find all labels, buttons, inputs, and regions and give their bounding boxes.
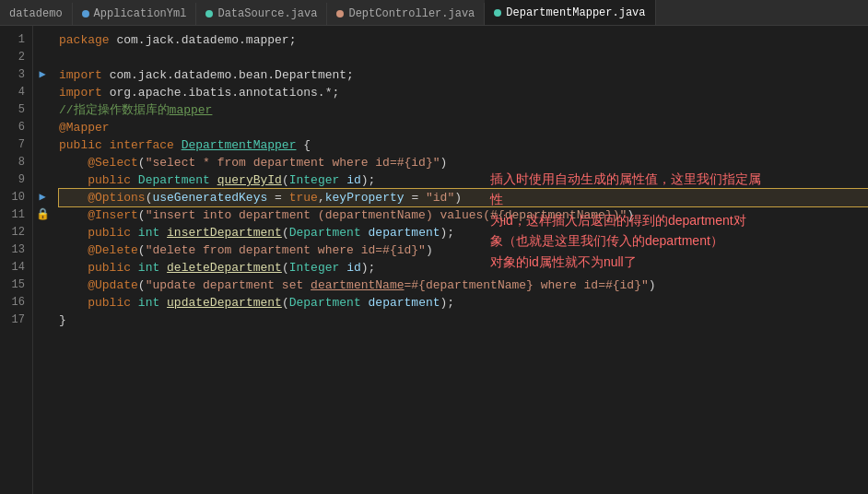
gi-16 — [33, 294, 52, 312]
ln-11: 11 — [0, 206, 32, 224]
editor: 1 2 3 4 5 6 7 8 9 10 11 12 13 14 15 16 1… — [0, 26, 868, 494]
tab-deptcontrollerjava-label: DeptController.java — [348, 7, 475, 20]
gi-6 — [33, 119, 52, 136]
gi-4 — [33, 84, 52, 101]
gi-9 — [33, 171, 52, 189]
ln-13: 13 — [0, 241, 32, 259]
code-line-3: import com.jack.datademo.bean.Department… — [59, 66, 868, 84]
code-line-5: //指定操作数据库的mapper — [59, 101, 868, 119]
gi-7 — [33, 136, 52, 154]
ln-1: 1 — [0, 31, 32, 49]
ln-16: 16 — [0, 294, 32, 312]
tab-datasourcejava-dot — [205, 10, 213, 18]
tab-datademo-label: datademo — [9, 7, 63, 20]
annotation-line5: 对象的id属性就不为null了 — [490, 254, 637, 269]
line-numbers: 1 2 3 4 5 6 7 8 9 10 11 12 13 14 15 16 1… — [0, 26, 33, 494]
gi-2 — [33, 49, 52, 66]
gi-13 — [33, 241, 52, 259]
gi-17 — [33, 312, 52, 329]
gi-1 — [33, 31, 52, 49]
code-line-1: package com.jack.datademo.mapper; — [59, 31, 868, 49]
gi-10: ▶ — [33, 189, 52, 206]
tab-departmentmapperjava[interactable]: DepartmentMapper.java — [485, 0, 655, 25]
annotation-line4: 象（也就是这里我们传入的department） — [490, 233, 723, 248]
ln-3: 3 — [0, 66, 32, 84]
gi-14 — [33, 259, 52, 276]
code-content[interactable]: package com.jack.datademo.mapper; import… — [52, 26, 868, 494]
code-line-17: } — [59, 312, 868, 329]
gi-3: ▶ — [33, 66, 52, 84]
ln-15: 15 — [0, 276, 32, 294]
code-line-6: @Mapper — [59, 119, 868, 136]
tab-applicationyml-label: ApplicationYml — [94, 7, 187, 20]
ln-7: 7 — [0, 136, 32, 154]
ln-12: 12 — [0, 224, 32, 241]
tab-datasourcejava-label: DataSource.java — [217, 7, 317, 20]
gi-8 — [33, 154, 52, 171]
ln-5: 5 — [0, 101, 32, 119]
tab-departmentmapperjava-label: DepartmentMapper.java — [506, 6, 645, 19]
gi-11: 🔒 — [33, 206, 52, 224]
ln-8: 8 — [0, 154, 32, 171]
annotation-line1: 插入时使用自动生成的属性值，这里我们指定属 — [490, 171, 761, 186]
annotation-box: 插入时使用自动生成的属性值，这里我们指定属 性 为id，这样插入后返回的得到的d… — [490, 169, 850, 272]
code-line-15: @Update("update department set deartment… — [59, 276, 868, 294]
tab-applicationyml[interactable]: ApplicationYml — [73, 3, 197, 25]
gi-5 — [33, 101, 52, 119]
ln-6: 6 — [0, 119, 32, 136]
tab-applicationyml-dot — [82, 10, 89, 18]
ln-9: 9 — [0, 171, 32, 189]
tab-departmentmapperjava-dot — [494, 9, 501, 17]
code-line-16: public int updateDepartment(Department d… — [59, 294, 868, 312]
tab-deptcontrollerjava[interactable]: DeptController.java — [327, 3, 485, 25]
code-line-2 — [59, 49, 868, 66]
tab-datademo[interactable]: datademo — [0, 3, 73, 25]
tab-bar: datademo ApplicationYml DataSource.java … — [0, 0, 868, 26]
code-line-4: import org.apache.ibatis.annotations.*; — [59, 84, 868, 101]
gutter: ▶ ▶ 🔒 — [33, 26, 52, 494]
ln-17: 17 — [0, 312, 32, 329]
ln-4: 4 — [0, 84, 32, 101]
gi-15 — [33, 276, 52, 294]
ln-2: 2 — [0, 49, 32, 66]
code-line-7: public interface DepartmentMapper { — [59, 136, 868, 154]
annotation-line2: 性 — [490, 192, 503, 206]
annotation-line3: 为id，这样插入后返回的得到的department对 — [490, 213, 746, 228]
ln-14: 14 — [0, 259, 32, 276]
tab-deptcontrollerjava-dot — [336, 10, 344, 18]
gi-12 — [33, 224, 52, 241]
ln-10: 10 — [0, 189, 32, 206]
tab-datasourcejava[interactable]: DataSource.java — [196, 3, 327, 25]
